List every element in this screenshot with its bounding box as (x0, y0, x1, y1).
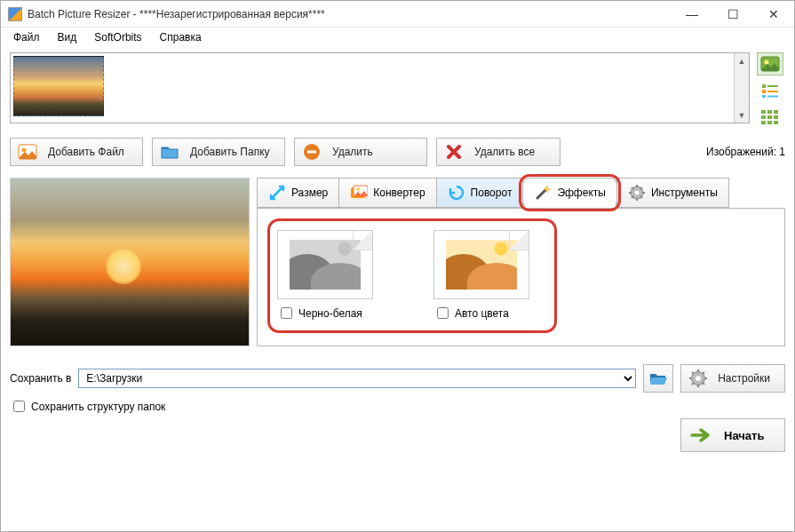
gear-icon (628, 184, 646, 202)
keep-structure-checkbox[interactable] (13, 401, 25, 412)
browse-folder-button[interactable] (643, 364, 673, 393)
effects-panel: Черно-белая Авто цвета (257, 208, 785, 346)
grid-icon (760, 109, 780, 125)
svg-rect-6 (762, 95, 766, 98)
effect-autocolor: Авто цвета (433, 230, 547, 322)
grayscale-label: Черно-белая (298, 307, 362, 320)
menu-help[interactable]: Справка (151, 29, 211, 45)
grayscale-checkbox[interactable] (281, 307, 292, 319)
svg-rect-8 (761, 110, 766, 114)
view-list-button[interactable] (757, 79, 783, 102)
add-file-button[interactable]: Добавить Файл (10, 138, 143, 166)
delete-all-label: Удалить все (474, 146, 535, 158)
svg-rect-7 (767, 96, 778, 98)
svg-point-25 (634, 191, 639, 195)
keep-structure-row[interactable]: Сохранить структуру папок (10, 398, 785, 415)
tab-converter[interactable]: Конвертер (338, 178, 436, 208)
svg-rect-20 (307, 151, 316, 154)
autocolor-checkbox-row[interactable]: Авто цвета (433, 305, 547, 322)
autocolor-checkbox[interactable] (437, 307, 449, 319)
svg-rect-5 (767, 91, 778, 92)
svg-rect-14 (761, 121, 766, 124)
save-to-label: Сохранить в (10, 372, 71, 385)
tab-effects[interactable]: Эффекты (522, 178, 617, 208)
settings-button[interactable]: Настройки (680, 364, 785, 393)
svg-rect-9 (767, 110, 772, 114)
view-mode-buttons (755, 52, 785, 129)
list-icon (760, 83, 780, 99)
app-window: Batch Picture Resizer - ****Незарегистри… (0, 0, 795, 532)
scroll-up-icon[interactable]: ▲ (735, 53, 749, 68)
svg-rect-11 (761, 115, 766, 119)
grayscale-checkbox-row[interactable]: Черно-белая (277, 305, 391, 322)
thumbnail-strip[interactable]: ▲ ▼ (10, 52, 750, 123)
tab-size[interactable]: Размер (257, 178, 339, 208)
save-path-dropdown[interactable]: E:\Загрузки (78, 369, 636, 388)
svg-rect-4 (762, 90, 766, 93)
delete-button[interactable]: Удалить (294, 138, 427, 166)
svg-rect-2 (762, 84, 766, 88)
selected-thumbnail[interactable] (13, 56, 104, 116)
rotate-icon (448, 184, 465, 202)
bottom-panel: Сохранить в E:\Загрузки Настройки Сохран… (10, 364, 785, 452)
tab-rotate[interactable]: Поворот (436, 178, 524, 208)
magic-wand-icon (534, 184, 552, 202)
grayscale-preview (277, 230, 373, 299)
keep-structure-label: Сохранить структуру папок (31, 401, 165, 413)
svg-point-1 (765, 60, 769, 65)
view-thumbnails-button[interactable] (757, 52, 783, 75)
minimize-button[interactable]: — (672, 1, 712, 28)
svg-rect-3 (767, 85, 778, 87)
svg-rect-15 (767, 121, 772, 124)
tab-tools[interactable]: Инструменты (616, 178, 729, 208)
start-button[interactable]: Начать (680, 418, 785, 452)
maximize-button[interactable]: ☐ (712, 1, 753, 28)
converter-icon (350, 184, 368, 202)
app-icon (8, 7, 22, 21)
autocolor-label: Авто цвета (455, 307, 509, 320)
menu-view[interactable]: Вид (49, 29, 86, 45)
svg-rect-10 (774, 110, 778, 114)
svg-rect-16 (774, 121, 778, 124)
svg-point-23 (356, 187, 360, 191)
resize-icon (268, 184, 286, 202)
add-folder-label: Добавить Папку (190, 146, 270, 158)
image-preview (10, 178, 250, 346)
delete-label: Удалить (332, 146, 373, 158)
titlebar: Batch Picture Resizer - ****Незарегистри… (1, 1, 794, 28)
add-folder-button[interactable]: Добавить Папку (152, 138, 285, 166)
effect-grayscale: Черно-белая (277, 230, 391, 322)
scroll-down-icon[interactable]: ▼ (735, 107, 749, 123)
svg-rect-13 (774, 115, 778, 119)
settings-label: Настройки (718, 372, 770, 385)
menu-file[interactable]: Файл (4, 29, 49, 45)
svg-rect-12 (767, 115, 772, 119)
start-label: Начать (724, 429, 764, 442)
menubar: Файл Вид SoftOrbits Справка (1, 28, 794, 47)
add-file-label: Добавить Файл (48, 146, 124, 158)
window-title: Batch Picture Resizer - ****Незарегистри… (28, 8, 672, 20)
delete-all-icon (444, 142, 464, 162)
tabs: Размер Конвертер Поворот (257, 178, 785, 208)
svg-point-27 (696, 376, 701, 381)
close-button[interactable]: ✕ (753, 1, 794, 28)
view-grid-button[interactable] (757, 106, 783, 129)
menu-softorbits[interactable]: SoftOrbits (85, 29, 150, 45)
thumbnail-scrollbar[interactable]: ▲ ▼ (734, 53, 749, 123)
settings-gear-icon (688, 369, 707, 388)
tab-area: Размер Конвертер Поворот (257, 178, 785, 346)
start-arrow-icon (690, 426, 712, 444)
effects-highlight-box: Черно-белая Авто цвета (270, 221, 554, 330)
add-folder-icon (160, 142, 179, 162)
autocolor-preview (433, 230, 529, 299)
delete-icon (302, 142, 322, 162)
delete-all-button[interactable]: Удалить все (436, 138, 560, 166)
add-file-icon (18, 142, 37, 162)
picture-icon (760, 56, 780, 72)
image-count: Изображений: 1 (706, 146, 785, 158)
svg-point-18 (22, 148, 27, 153)
toolbar: Добавить Файл Добавить Папку Удалить Уда… (10, 138, 785, 166)
folder-open-icon (648, 370, 668, 386)
